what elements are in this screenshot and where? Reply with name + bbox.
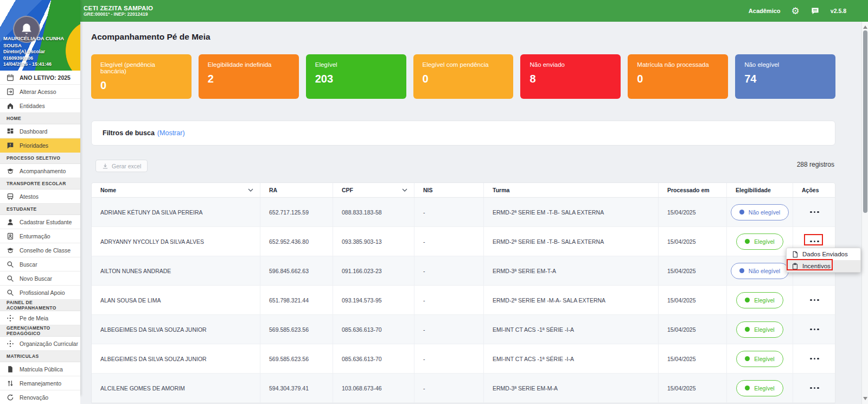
- card-value: 0: [423, 73, 505, 85]
- user-profile-banner: MAURICÉLIA DA CUNHA SOUSA Diretor(A) Esc…: [0, 0, 80, 71]
- scroll-down-arrow-icon[interactable]: [863, 397, 867, 401]
- bell-icon: [20, 22, 34, 36]
- status-cards: Elegível (pendência bancária) 0 Elegibil…: [91, 54, 835, 99]
- sidebar-item-dashboard[interactable]: Dashboard: [0, 124, 80, 138]
- document-icon: [7, 365, 14, 373]
- sidebar-item-atestos[interactable]: Atestos: [0, 190, 80, 204]
- column-header-ra: RA: [260, 183, 333, 197]
- card-value: 74: [744, 73, 826, 85]
- cell-nome: ALAN SOUSA DE LIMA: [92, 286, 260, 314]
- cell-processado-em: 15/04/2025: [658, 227, 726, 256]
- cell-cpf: 103.068.673-46: [333, 374, 414, 402]
- sidebar-item-ano-letivo[interactable]: ANO LETIVO: 2025: [0, 71, 80, 85]
- card-elegibilidade-indefinida: Elegibilidade indefinida 2: [199, 54, 299, 99]
- status-dot-icon: [739, 268, 744, 273]
- table-row: ALBEGEIMES DA SILVA SOUZA JUNIOR 569.585…: [92, 344, 835, 374]
- sidebar-item-pe-de-meia[interactable]: Pe de Meia: [0, 311, 80, 325]
- sidebar-item-buscar[interactable]: Buscar: [0, 257, 80, 272]
- sidebar-item-alterar-acesso[interactable]: Alterar Acesso: [0, 85, 80, 99]
- cell-cpf: 085.636.613-70: [333, 344, 414, 373]
- sidebar-item-label: Acompanhamento: [20, 168, 66, 174]
- card-value: 2: [208, 73, 290, 85]
- cell-turma: EMI-INT CT ACS -1ª SÉRIE -I-A: [483, 344, 658, 373]
- status-badge: Elegível: [736, 233, 783, 250]
- sidebar-item-organizacao-curricular[interactable]: Organização Curricular: [0, 337, 80, 351]
- table-row: ALCILENE GOMES DE AMORIM 594.304.379.41 …: [92, 374, 835, 403]
- row-actions-button[interactable]: [807, 355, 822, 363]
- card-label: Elegível (pendência bancária): [100, 61, 182, 74]
- sidebar-item-label: Novo Buscar: [20, 275, 52, 282]
- home-icon: [7, 102, 14, 110]
- card-nao-enviado: Não enviado 8: [520, 54, 621, 99]
- sidebar-item-label: Prioridades: [20, 142, 48, 149]
- status-badge: Elegível: [736, 351, 783, 367]
- scroll-up-arrow-icon[interactable]: [863, 24, 867, 29]
- status-badge: Elegível: [736, 321, 783, 338]
- card-label: Não enviado: [529, 61, 611, 68]
- sidebar-item-prioridades[interactable]: Prioridades: [0, 138, 80, 153]
- card-label: Elegível com pendência: [423, 61, 505, 68]
- sidebar-item-renovacao[interactable]: Renovação: [0, 390, 80, 404]
- move-icon: [7, 314, 14, 322]
- row-actions-button[interactable]: [807, 325, 822, 334]
- card-elegivel-com-pendencia: Elegível com pendência 0: [413, 54, 514, 99]
- cell-ra: 652.717.125.59: [260, 198, 333, 226]
- cell-processado-em: 15/04/2025: [658, 315, 726, 344]
- row-actions-button[interactable]: [807, 384, 822, 393]
- cell-elegibilidade: Elegível: [726, 227, 793, 256]
- user-datetime: 14/04/2025 - 15:41:46: [3, 61, 78, 68]
- menu-item-incentivos[interactable]: Incentivos: [787, 260, 860, 272]
- row-actions-button-open[interactable]: [807, 237, 822, 246]
- sidebar-item-enturmacao[interactable]: Enturmação: [0, 229, 80, 243]
- search-icon: [7, 289, 14, 296]
- page-title: Acompanhamento Pé de Meia: [91, 32, 210, 42]
- sidebar-item-remanejamento[interactable]: Remanejamento: [0, 376, 80, 390]
- cell-ra: 596.845.662.63: [260, 256, 333, 285]
- menu-item-dados-enviados[interactable]: Dados Enviados: [787, 248, 860, 260]
- column-header-turma: Turma: [483, 183, 658, 197]
- status-dot-icon: [745, 298, 750, 302]
- cell-processado-em: 15/04/2025: [658, 198, 726, 226]
- status-dot-icon: [745, 386, 750, 390]
- sidebar-item-label: Conselho de Classe: [20, 247, 71, 254]
- table-row: ALAN SOUSA DE LIMA 651.798.321.44 093.19…: [92, 286, 835, 315]
- sidebar-section-estudante: ESTUDANTE: [0, 204, 80, 215]
- filters-show-link[interactable]: (Mostrar): [157, 129, 185, 137]
- sidebar-item-conselho-de-classe[interactable]: Conselho de Classe: [0, 243, 80, 257]
- file-icon: [792, 251, 799, 258]
- cell-processado-em: 15/04/2025: [658, 256, 726, 285]
- academic-menu-link[interactable]: Acadêmico: [749, 8, 781, 14]
- graduation-icon: [7, 247, 14, 254]
- column-header-nome[interactable]: Nome: [92, 183, 260, 197]
- scrollbar-thumb[interactable]: [863, 30, 867, 213]
- row-actions-button[interactable]: [807, 208, 822, 217]
- chat-icon[interactable]: [810, 7, 820, 15]
- status-badge: Elegível: [736, 292, 783, 308]
- sidebar-item-label: Entidades: [20, 103, 45, 109]
- sidebar-item-acompanhamento[interactable]: Acompanhamento: [0, 164, 80, 178]
- cell-nome: ALCILENE GOMES DE AMORIM: [92, 374, 260, 402]
- sidebar-item-matricula-publica[interactable]: Matricula Pública: [0, 362, 80, 376]
- export-excel-button[interactable]: Gerar excel: [95, 160, 148, 172]
- status-badge: Não elegível: [731, 263, 789, 279]
- column-header-cpf[interactable]: CPF: [333, 183, 414, 197]
- sidebar-item-cadastrar-estudante[interactable]: Cadastrar Estudante: [0, 215, 80, 229]
- cell-turma: ERMD-3ª SERIE EM-T-A: [483, 256, 658, 285]
- sidebar-item-entidades[interactable]: Entidades: [0, 99, 80, 113]
- gear-icon[interactable]: ⚙: [792, 7, 800, 16]
- card-value: 8: [529, 73, 611, 85]
- cell-processado-em: 15/04/2025: [658, 286, 726, 314]
- table-row: ADRIANE KÉTUNY DA SILVA PEREIRA 652.717.…: [92, 198, 835, 227]
- topbar-actions: Acadêmico ⚙ v2.5.8: [749, 7, 868, 16]
- sidebar-item-label: Pe de Meia: [20, 315, 48, 321]
- card-matricula-nao-processada: Matrícula não processada 0: [628, 54, 728, 99]
- cell-nis: -: [414, 256, 483, 285]
- cell-ra: 651.798.321.44: [260, 286, 333, 314]
- sidebar-item-profissional-apoio[interactable]: Profissional Apoio: [0, 286, 80, 300]
- sidebar-item-novo-buscar[interactable]: Novo Buscar: [0, 272, 80, 286]
- row-actions-button[interactable]: [807, 296, 822, 305]
- cell-turma: ERMD-2ª SERIE EM -M-A- SALA EXTERNA: [483, 286, 658, 314]
- vertical-scrollbar[interactable]: [861, 22, 868, 404]
- cell-acoes: [793, 344, 836, 373]
- cell-turma: ERMD-2ª SERIE EM -T-B- SALA EXTERNA: [483, 227, 658, 256]
